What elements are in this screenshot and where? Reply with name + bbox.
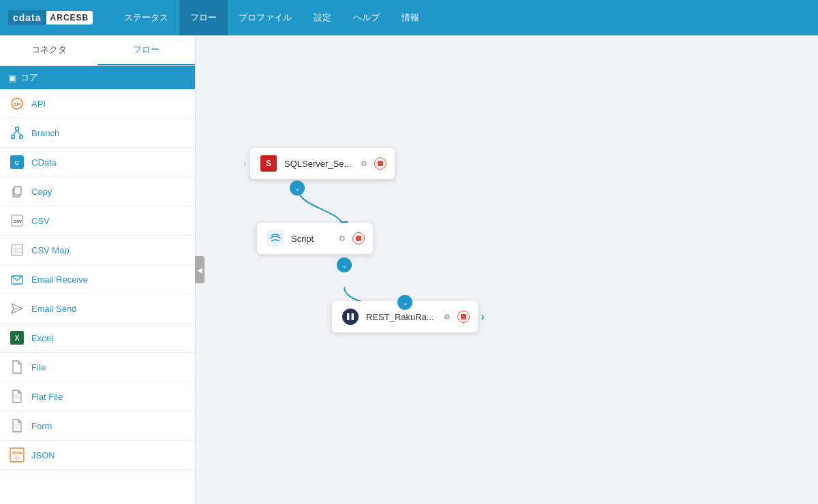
- nav-status[interactable]: ステータス: [113, 0, 179, 35]
- main-layout: コネクタ フロー ▣ コア API API: [0, 35, 818, 504]
- node3-right-arrow[interactable]: ›: [481, 311, 484, 323]
- logo-area: cdataARCESB: [8, 10, 93, 25]
- svg-line-5: [13, 131, 17, 136]
- svg-rect-33: [342, 309, 359, 325]
- copy-icon: [10, 184, 25, 199]
- header: cdataARCESB ステータス フロー プロファイル 設定 ヘルプ 情報: [0, 0, 818, 35]
- excel-label: Excel: [31, 333, 53, 343]
- json-label: JSON: [31, 450, 55, 460]
- cdata-icon: C: [10, 155, 25, 170]
- node2-actions: ⚙: [335, 231, 365, 246]
- cdata-label: CData: [31, 157, 57, 168]
- svg-text:C: C: [15, 159, 20, 166]
- logo-cdata: cdata: [8, 10, 46, 25]
- svg-rect-34: [347, 313, 350, 320]
- nav-info[interactable]: 情報: [391, 0, 430, 35]
- node2-label: Script: [291, 234, 329, 244]
- email-receive-label: Email Receive: [31, 274, 88, 285]
- sidebar-item-csv[interactable]: .csv CSV: [0, 206, 195, 236]
- flatfile-label: Flat File: [31, 392, 63, 402]
- node1-gear-btn[interactable]: ⚙: [357, 156, 372, 171]
- node2-gear-btn[interactable]: ⚙: [335, 231, 350, 246]
- svg-line-6: [17, 131, 21, 136]
- nav-help[interactable]: ヘルプ: [342, 0, 391, 35]
- node3-icon: [340, 306, 361, 327]
- copy-label: Copy: [31, 187, 52, 197]
- sidebar-items: API API Branch: [0, 89, 195, 504]
- svg-text:.csv: .csv: [12, 219, 22, 223]
- connector-dot-1[interactable]: ⌄: [290, 180, 305, 195]
- branch-icon: [10, 125, 25, 140]
- nav-profile[interactable]: プロファイル: [228, 0, 303, 35]
- sidebar-tabs: コネクタ フロー: [0, 35, 195, 66]
- svg-point-3: [12, 136, 15, 139]
- nav-flow[interactable]: フロー: [179, 0, 228, 35]
- form-label: Form: [31, 421, 52, 431]
- tab-flow[interactable]: フロー: [97, 35, 195, 65]
- nav-settings[interactable]: 設定: [303, 0, 342, 35]
- sidebar-section-header: ▣ コア: [0, 66, 195, 89]
- csvmap-label: CSV Map: [31, 245, 70, 255]
- sidebar-item-file[interactable]: File: [0, 353, 195, 382]
- sidebar-item-flatfile[interactable]: Flat File: [0, 382, 195, 411]
- csv-icon: .csv: [10, 213, 25, 228]
- flatfile-icon: [10, 389, 25, 404]
- sidebar-item-excel[interactable]: X Excel: [0, 324, 195, 353]
- connector-dot-3[interactable]: ⌄: [397, 295, 412, 310]
- node1-label: SQLServer_Se...: [284, 159, 351, 169]
- sidebar-item-cdata[interactable]: C CData: [0, 148, 195, 177]
- branch-label: Branch: [31, 128, 59, 138]
- section-icon: ▣: [8, 73, 16, 83]
- form-icon: [10, 418, 25, 433]
- node1-icon: S: [258, 153, 279, 174]
- file-icon: [10, 360, 25, 375]
- svg-text:S: S: [266, 159, 271, 168]
- node2-icon: [265, 228, 286, 249]
- sidebar-item-csvmap[interactable]: CSV Map: [0, 236, 195, 265]
- svg-point-2: [16, 127, 19, 131]
- sidebar-item-api[interactable]: API API: [0, 89, 195, 119]
- collapse-handle[interactable]: ◀: [195, 256, 204, 283]
- svg-text:{}: {}: [15, 454, 19, 460]
- flow-connections: [196, 35, 818, 504]
- node3-gear-btn[interactable]: ⚙: [440, 309, 455, 324]
- svg-text:API: API: [13, 102, 21, 107]
- csvmap-icon: [10, 242, 25, 257]
- node1-left-arrow: ›: [243, 158, 247, 169]
- svg-rect-32: [267, 230, 284, 247]
- svg-rect-35: [352, 313, 354, 320]
- node3-actions: ⚙: [440, 309, 470, 324]
- svg-rect-10: [14, 187, 21, 195]
- connector-dot-2[interactable]: ⌄: [337, 257, 352, 272]
- logo-arcesb: ARCESB: [46, 11, 93, 25]
- sidebar-item-branch[interactable]: Branch: [0, 119, 195, 148]
- node1-actions: ⚙: [357, 156, 387, 171]
- svg-text:X: X: [15, 334, 20, 342]
- flow-canvas[interactable]: › S SQLServer_Se... ⚙ ⌄: [196, 35, 818, 504]
- csv-label: CSV: [31, 216, 50, 226]
- section-label: コア: [20, 72, 38, 84]
- file-label: File: [31, 362, 46, 373]
- api-icon: API: [10, 96, 25, 111]
- node3-stop-btn[interactable]: [457, 311, 470, 323]
- node2-stop-btn[interactable]: [352, 232, 365, 245]
- sidebar-item-email-send[interactable]: Email Send: [0, 294, 195, 324]
- tab-connector[interactable]: コネクタ: [0, 35, 97, 65]
- node3-label: REST_RakuRa...: [366, 312, 434, 322]
- flow-node-sqlserver[interactable]: › S SQLServer_Se... ⚙: [250, 148, 395, 179]
- flow-node-script[interactable]: Script ⚙: [257, 223, 373, 254]
- api-label: API: [31, 99, 46, 109]
- sidebar: コネクタ フロー ▣ コア API API: [0, 35, 196, 504]
- excel-icon: X: [10, 330, 25, 345]
- email-send-label: Email Send: [31, 304, 76, 314]
- email-receive-icon: [10, 272, 25, 287]
- json-icon: JSON {}: [10, 447, 25, 462]
- node1-stop-btn[interactable]: [374, 157, 387, 170]
- sidebar-item-form[interactable]: Form: [0, 411, 195, 441]
- svg-point-4: [20, 136, 23, 139]
- sidebar-item-json[interactable]: JSON {} JSON: [0, 441, 195, 470]
- sidebar-item-email-receive[interactable]: Email Receive: [0, 265, 195, 294]
- svg-rect-13: [12, 245, 22, 255]
- email-send-icon: [10, 301, 25, 316]
- sidebar-item-copy[interactable]: Copy: [0, 177, 195, 206]
